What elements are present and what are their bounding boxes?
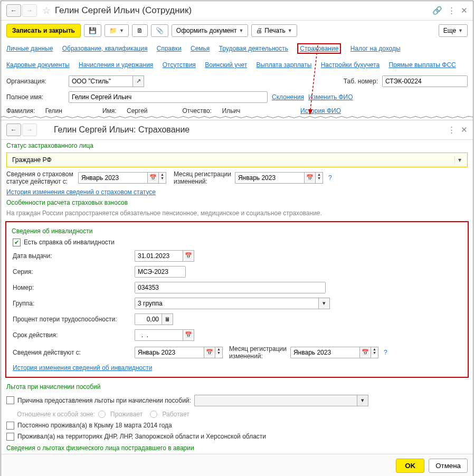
info-reg-month-input[interactable] (290, 347, 359, 358)
month-spinner[interactable]: ▲▼ (215, 347, 223, 358)
print-button[interactable]: 🖨 Печать ▼ (251, 24, 297, 37)
status-dropdown[interactable]: ▾ (6, 153, 468, 167)
reg-month-input[interactable] (235, 172, 304, 184)
calendar-icon[interactable]: 📅 (183, 250, 194, 262)
valid-from-input[interactable] (78, 172, 147, 184)
chevron-down-icon[interactable]: ▾ (357, 395, 368, 406)
back-button-2[interactable]: ← (6, 123, 21, 136)
chevron-down-icon: ▼ (119, 28, 124, 33)
benefit-header: Льгота при начислении пособий (1, 381, 473, 393)
printer-icon: 🖨 (256, 27, 262, 34)
open-ref-icon[interactable]: ↗ (132, 75, 144, 87)
cancel-button[interactable]: Отмена (429, 459, 468, 473)
fullname-input[interactable] (69, 91, 268, 103)
calendar-icon[interactable]: 📅 (304, 172, 316, 184)
tab-accruals[interactable]: Начисления и удержания (79, 61, 153, 69)
close-icon-2[interactable]: ✕ (461, 125, 468, 135)
ok-button[interactable]: OK (396, 459, 424, 473)
chevron-down-icon: ▼ (458, 28, 463, 33)
chevron-down-icon[interactable]: ▾ (454, 156, 464, 164)
tab-military[interactable]: Воинский учет (205, 61, 247, 69)
crimea-checkbox[interactable] (6, 422, 14, 430)
fio-history-link[interactable]: История ФИО (300, 107, 341, 115)
more-button[interactable]: Еще ▼ (439, 24, 468, 37)
calendar-icon[interactable]: 📅 (359, 347, 371, 358)
dnr-label: Проживал(а) на территориях ДНР, ЛНР, Зап… (17, 433, 266, 440)
save-close-button[interactable]: Записать и закрыть (6, 24, 81, 37)
validity-input[interactable] (135, 329, 183, 341)
favorite-icon[interactable]: ☆ (42, 5, 51, 16)
issue-date-input[interactable] (135, 250, 183, 262)
validity-label: Срок действия: (13, 331, 131, 339)
tabno-label: Таб. номер: (344, 78, 378, 85)
status-input[interactable] (10, 155, 454, 165)
forward-button[interactable]: → (22, 4, 37, 17)
close-icon[interactable]: ✕ (461, 6, 468, 15)
kebab-icon-2[interactable]: ⋮ (448, 125, 456, 135)
crimea-label: Постоянно проживал(а) в Крыму 18 марта 2… (17, 422, 172, 429)
tab-salary[interactable]: Выплата зарплаты (257, 61, 312, 69)
tab-insurance[interactable]: Страхование (297, 43, 341, 54)
doc-button[interactable]: 🗎 (132, 24, 148, 37)
disability-history-link[interactable]: История изменения сведений об инвалиднос… (13, 364, 153, 372)
surname-label: Фамилия: (6, 107, 35, 115)
month-spinner[interactable]: ▲▼ (371, 347, 378, 358)
chevron-down-icon: ▼ (288, 28, 292, 33)
calculator-icon[interactable]: 🖩 (162, 313, 173, 325)
create-doc-button[interactable]: Оформить документ ▼ (172, 24, 248, 37)
month-spinner[interactable]: ▲▼ (159, 172, 166, 184)
month-spinner[interactable]: ▲▼ (316, 172, 323, 184)
tab-refs[interactable]: Справки (157, 45, 182, 52)
has-cert-checkbox[interactable] (13, 239, 21, 246)
info-valid-from-input[interactable] (135, 347, 204, 358)
patronymic-label: Отчество: (183, 107, 212, 115)
tab-labor[interactable]: Трудовая деятельность (219, 45, 288, 52)
help-icon[interactable]: ? (384, 349, 387, 356)
info-reg-month-label: Месяц регистрации изменений: (229, 345, 287, 360)
tab-tax[interactable]: Налог на доходы (350, 45, 401, 52)
benefit-reason-input[interactable] (194, 395, 357, 406)
tabno-input[interactable] (382, 75, 468, 87)
number-input[interactable] (135, 282, 326, 293)
dnr-checkbox[interactable] (6, 433, 14, 441)
benefit-reason-label: Причина предоставления льготы при начисл… (17, 397, 191, 404)
torn-edge (1, 116, 473, 119)
group-input[interactable] (135, 298, 318, 309)
calendar-icon[interactable]: 📅 (204, 347, 215, 358)
tabs-row-1: Личные данные Образование, квалификация … (1, 41, 473, 57)
series-label: Серия: (13, 268, 131, 275)
help-icon[interactable]: ? (328, 174, 332, 182)
org-input[interactable] (69, 75, 132, 87)
tab-absences[interactable]: Отсутствия (163, 61, 196, 69)
document-icon: 🗎 (137, 27, 143, 34)
save-button[interactable]: 💾 (84, 24, 101, 37)
org-label: Организация: (6, 78, 64, 85)
tab-education[interactable]: Образование, квалификация (62, 45, 148, 52)
calendar-icon[interactable]: 📅 (183, 329, 194, 341)
calc-section-header: Особенности расчета страховых взносов (1, 197, 473, 208)
calendar-icon[interactable]: 📅 (147, 172, 159, 184)
link-icon[interactable]: 🔗 (432, 6, 442, 15)
chevron-down-icon[interactable]: ▾ (318, 298, 330, 309)
series-input[interactable] (135, 266, 186, 278)
benefit-reason-checkbox[interactable] (6, 396, 14, 404)
surname-value: Гелин (45, 107, 62, 115)
kebab-icon[interactable]: ⋮ (448, 6, 456, 15)
edit-fio-link[interactable]: Изменить ФИО (308, 93, 353, 101)
percent-input[interactable] (135, 313, 162, 325)
tab-personal[interactable]: Личные данные (6, 45, 53, 52)
declensions-link[interactable]: Склонения (272, 93, 304, 101)
status-history-link[interactable]: История изменения сведений о страховом с… (6, 188, 156, 196)
attach-button[interactable]: 📎 (151, 24, 168, 37)
tab-bookkeeping[interactable]: Настройки бухучета (321, 61, 380, 69)
back-button[interactable]: ← (6, 4, 21, 17)
folder-button[interactable]: 📁▼ (105, 24, 129, 37)
chevron-down-icon: ▼ (239, 28, 243, 33)
floppy-icon: 💾 (89, 27, 97, 34)
tab-hr-docs[interactable]: Кадровые документы (6, 61, 70, 69)
folder-icon: 📁 (109, 27, 117, 34)
disability-highlight-box: Сведения об инвалидности Есть справка об… (5, 221, 469, 378)
forward-button-2[interactable]: → (22, 123, 37, 136)
tab-fss[interactable]: Прямые выплаты ФСС (388, 61, 456, 69)
tab-family[interactable]: Семья (191, 45, 210, 52)
